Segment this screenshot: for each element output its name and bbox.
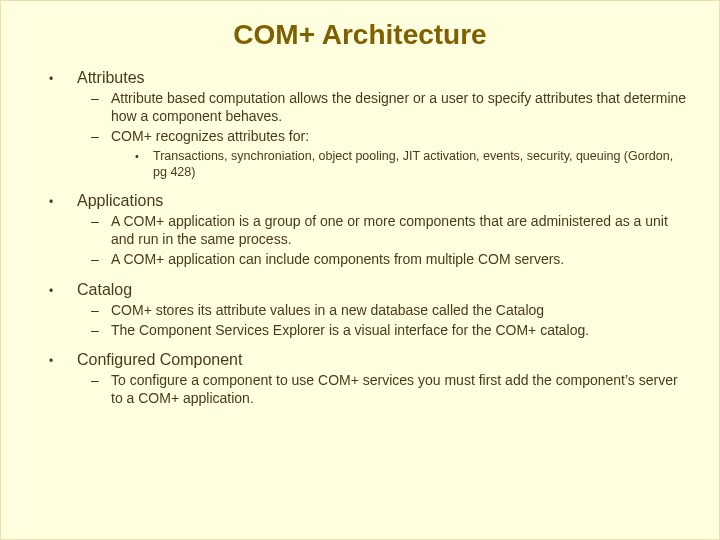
- sub-list-item: • Transactions, synchroniation, object p…: [135, 148, 689, 181]
- section-heading-row: • Attributes: [49, 69, 689, 87]
- list-item-text: The Component Services Explorer is a vis…: [111, 321, 589, 339]
- section-heading: Applications: [77, 192, 163, 210]
- list-item: – To configure a component to use COM+ s…: [91, 371, 689, 407]
- sub-list: • Transactions, synchroniation, object p…: [91, 148, 689, 181]
- list-item-text: COM+ stores its attribute values in a ne…: [111, 301, 544, 319]
- section-attributes: • Attributes – Attribute based computati…: [49, 69, 689, 180]
- list-item: – A COM+ application can include compone…: [91, 250, 689, 268]
- list-item: – Attribute based computation allows the…: [91, 89, 689, 125]
- dash-icon: –: [91, 128, 111, 144]
- dash-icon: –: [91, 322, 111, 338]
- bullet-icon: •: [49, 354, 77, 368]
- section-body: – A COM+ application is a group of one o…: [49, 212, 689, 269]
- list-item-text: A COM+ application can include component…: [111, 250, 564, 268]
- dash-icon: –: [91, 251, 111, 267]
- dash-icon: –: [91, 302, 111, 318]
- section-heading-row: • Catalog: [49, 281, 689, 299]
- list-item-text: A COM+ application is a group of one or …: [111, 212, 689, 248]
- list-item-text: To configure a component to use COM+ ser…: [111, 371, 689, 407]
- slide-content: • Attributes – Attribute based computati…: [31, 69, 689, 407]
- bullet-icon: •: [49, 284, 77, 298]
- dash-icon: –: [91, 372, 111, 388]
- slide: COM+ Architecture • Attributes – Attribu…: [0, 0, 720, 540]
- list-item: – A COM+ application is a group of one o…: [91, 212, 689, 248]
- section-applications: • Applications – A COM+ application is a…: [49, 192, 689, 269]
- list-item-text: Attribute based computation allows the d…: [111, 89, 689, 125]
- list-item-text: COM+ recognizes attributes for:: [111, 127, 309, 145]
- dash-icon: –: [91, 213, 111, 229]
- bullet-icon: •: [135, 150, 153, 162]
- section-body: – Attribute based computation allows the…: [49, 89, 689, 180]
- section-heading-row: • Configured Component: [49, 351, 689, 369]
- list-item: – The Component Services Explorer is a v…: [91, 321, 689, 339]
- sub-list-item-text: Transactions, synchroniation, object poo…: [153, 148, 689, 181]
- bullet-icon: •: [49, 195, 77, 209]
- section-heading-row: • Applications: [49, 192, 689, 210]
- bullet-icon: •: [49, 72, 77, 86]
- section-heading: Catalog: [77, 281, 132, 299]
- section-catalog: • Catalog – COM+ stores its attribute va…: [49, 281, 689, 339]
- list-item: – COM+ stores its attribute values in a …: [91, 301, 689, 319]
- section-body: – To configure a component to use COM+ s…: [49, 371, 689, 407]
- slide-title: COM+ Architecture: [31, 19, 689, 51]
- section-configured-component: • Configured Component – To configure a …: [49, 351, 689, 407]
- section-body: – COM+ stores its attribute values in a …: [49, 301, 689, 339]
- dash-icon: –: [91, 90, 111, 106]
- section-heading: Attributes: [77, 69, 145, 87]
- section-heading: Configured Component: [77, 351, 242, 369]
- list-item: – COM+ recognizes attributes for:: [91, 127, 689, 145]
